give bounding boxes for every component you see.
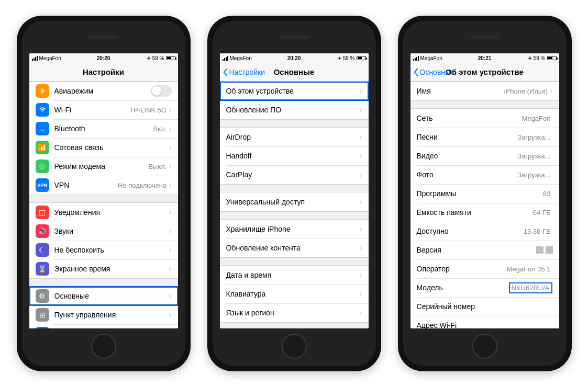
signal-icon <box>413 56 419 61</box>
row-videos: Видео Загрузка... <box>411 146 559 165</box>
general-list: Об этом устройстве › Обновление ПО › Air… <box>220 82 369 328</box>
chevron-right-icon: › <box>169 162 171 171</box>
signal-icon <box>223 56 228 61</box>
page-title: Основные <box>274 67 315 76</box>
airplane-toggle[interactable] <box>151 85 172 97</box>
row-hotspot[interactable]: ⦾ Режим модема Выкл. › <box>29 157 178 176</box>
chevron-right-icon: › <box>359 105 362 115</box>
row-screentime[interactable]: ⏳ Экранное время › <box>29 259 178 278</box>
row-songs: Песни Загрузка... <box>411 128 559 146</box>
display-icon: AA <box>36 327 49 328</box>
chevron-right-icon: › <box>359 151 362 161</box>
status-time: 20:20 <box>97 55 110 61</box>
row-display[interactable]: AA Экран и яркость › <box>29 324 178 328</box>
home-button[interactable] <box>472 334 497 359</box>
row-language[interactable]: Язык и регион › <box>220 303 369 322</box>
location-icon: ✈ <box>147 55 151 61</box>
row-dnd[interactable]: ☾ Не беспокоить › <box>29 241 178 259</box>
screentime-icon: ⏳ <box>36 262 49 276</box>
chevron-right-icon: › <box>359 270 362 280</box>
battery-pct: 59 % <box>343 55 355 61</box>
row-keyboard[interactable]: Клавиатура › <box>220 284 369 303</box>
gear-icon: ⚙ <box>36 289 49 303</box>
censored-value <box>536 246 553 254</box>
battery-icon <box>357 56 366 60</box>
back-button[interactable]: Настройки <box>222 63 265 81</box>
screen-general: MegaFon 20:20 ✈ 59 % Настройки Основные <box>220 53 369 328</box>
signal-icon <box>32 56 38 61</box>
row-device-name[interactable]: Имя iPhone (Илья) › <box>411 82 559 100</box>
chevron-right-icon: › <box>359 132 362 142</box>
phone-speaker <box>470 36 500 39</box>
phone-frame-3: MegaFon 20:21 ✈ 59 % Основные Об этом ус… <box>398 16 572 371</box>
chevron-right-icon: › <box>359 197 362 207</box>
nav-bar: Настройки <box>29 63 178 82</box>
chevron-right-icon: › <box>169 310 171 320</box>
hotspot-icon: ⦾ <box>36 160 49 173</box>
row-model[interactable]: Модель NKU62RU/A <box>411 278 559 297</box>
carrier-label: MegaFon <box>420 55 442 61</box>
back-button[interactable]: Основные <box>413 63 454 81</box>
chevron-right-icon: › <box>359 170 362 179</box>
chevron-right-icon: › <box>169 143 171 152</box>
row-accessibility[interactable]: Универсальный доступ › <box>220 192 369 211</box>
bluetooth-icon: ⌵ <box>36 122 49 135</box>
row-about[interactable]: Об этом устройстве › <box>220 82 369 100</box>
row-version: Версия <box>411 241 559 259</box>
row-airplane[interactable]: ✈ Авиарежим <box>29 82 178 100</box>
row-background-refresh[interactable]: Обновление контента › <box>220 238 369 257</box>
chevron-right-icon: › <box>359 243 362 253</box>
row-general[interactable]: ⚙ Основные › <box>29 287 178 305</box>
row-cellular[interactable]: 📶 Сотовая связь › <box>29 138 178 157</box>
row-vpn[interactable]: VPN VPN Не подключено › <box>29 176 178 195</box>
wifi-icon <box>36 103 49 117</box>
chevron-right-icon: › <box>359 86 362 96</box>
location-icon: ✈ <box>528 55 532 61</box>
about-list: Имя iPhone (Илья) › Сеть MegaFon Песни З… <box>411 82 559 328</box>
phone-frame-1: MegaFon 20:20 ✈ 59 % Настройки ✈ Авиареж… <box>17 16 191 371</box>
nav-bar: Основные Об этом устройстве <box>411 63 559 82</box>
vpn-icon: VPN <box>36 178 49 192</box>
battery-icon <box>547 56 557 60</box>
chevron-right-icon: › <box>359 289 362 299</box>
status-time: 20:20 <box>287 55 301 61</box>
row-photos: Фото Загрузка... <box>411 165 559 184</box>
chevron-right-icon: › <box>169 180 171 190</box>
notifications-icon: ◱ <box>36 206 49 219</box>
screen-settings: MegaFon 20:20 ✈ 59 % Настройки ✈ Авиареж… <box>29 53 178 328</box>
status-bar: MegaFon 20:20 ✈ 59 % <box>220 53 369 63</box>
control-center-icon: ⊞ <box>36 308 49 322</box>
status-time: 20:21 <box>478 55 492 61</box>
chevron-right-icon: › <box>169 124 171 133</box>
row-wifi[interactable]: Wi-Fi TP-LINK 5G › <box>29 100 178 119</box>
settings-list: ✈ Авиарежим Wi-Fi TP-LINK 5G › ⌵ Bluetoo… <box>29 82 178 328</box>
row-handoff[interactable]: Handoff › <box>220 146 369 165</box>
row-wifi-address: Адрес Wi-Fi <box>411 316 559 328</box>
dnd-icon: ☾ <box>36 243 49 257</box>
screen-about: MegaFon 20:21 ✈ 59 % Основные Об этом ус… <box>411 53 559 328</box>
chevron-right-icon: › <box>359 308 362 317</box>
chevron-right-icon: › <box>169 245 171 255</box>
battery-icon <box>166 56 175 60</box>
battery-pct: 59 % <box>534 55 546 61</box>
row-sounds[interactable]: 🔊 Звуки › <box>29 222 178 241</box>
row-notifications[interactable]: ◱ Уведомления › <box>29 203 178 222</box>
row-capacity: Емкость памяти 64 ГБ <box>411 203 559 222</box>
phone-frame-2: MegaFon 20:20 ✈ 59 % Настройки Основные <box>207 16 381 371</box>
row-airdrop[interactable]: AirDrop › <box>220 128 369 146</box>
row-available: Доступно 13,36 ГБ <box>411 222 559 241</box>
row-software-update[interactable]: Обновление ПО › <box>220 100 369 119</box>
row-storage[interactable]: Хранилище iPhone › <box>220 220 369 238</box>
row-apps: Программы 83 <box>411 184 559 203</box>
row-control-center[interactable]: ⊞ Пункт управления › <box>29 305 178 324</box>
chevron-right-icon: › <box>550 86 552 96</box>
row-bluetooth[interactable]: ⌵ Bluetooth Вкл. › <box>29 119 178 138</box>
home-button[interactable] <box>282 334 307 359</box>
status-bar: MegaFon 20:21 ✈ 59 % <box>411 53 559 63</box>
row-datetime[interactable]: Дата и время › <box>220 266 369 284</box>
airplane-icon: ✈ <box>36 84 49 98</box>
row-carplay[interactable]: CarPlay › <box>220 165 369 184</box>
home-button[interactable] <box>91 334 116 359</box>
chevron-right-icon: › <box>169 208 171 217</box>
cellular-icon: 📶 <box>36 141 49 154</box>
